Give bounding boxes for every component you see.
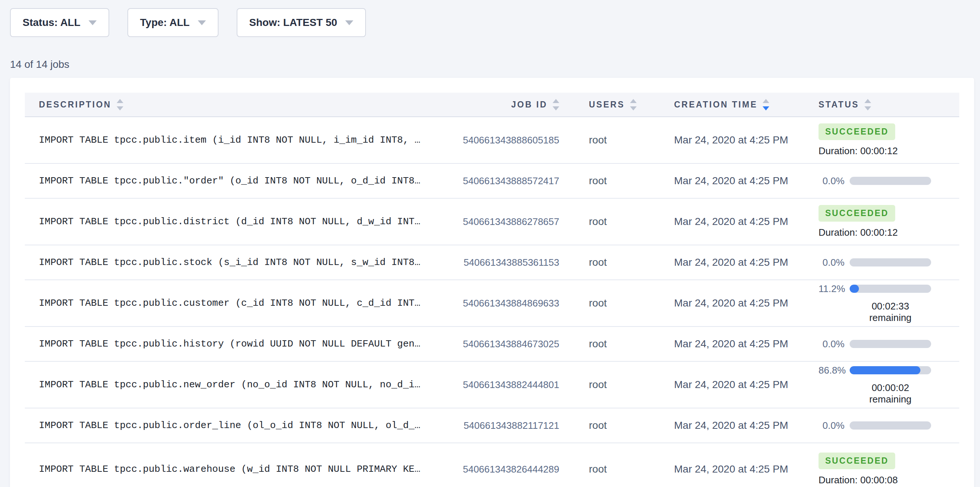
progress-percent: 86.8%	[819, 365, 845, 376]
progress-percent: 0.0%	[819, 175, 845, 187]
table-row: IMPORT TABLE tpcc.public.warehouse (w_id…	[25, 443, 959, 487]
job-description-cell: IMPORT TABLE tpcc.public.item (i_id INT8…	[25, 134, 460, 146]
job-description-cell: IMPORT TABLE tpcc.public.history (rowid …	[25, 339, 460, 350]
time-remaining: 00:00:02 remaining	[850, 382, 931, 405]
table-row: IMPORT TABLE tpcc.public.history (rowid …	[25, 327, 959, 362]
creation-time-cell: Mar 24, 2020 at 4:25 PM	[646, 463, 807, 475]
type-filter-label: Type: ALL	[140, 17, 189, 29]
type-filter-dropdown[interactable]: Type: ALL	[127, 8, 218, 37]
creation-time-cell: Mar 24, 2020 at 4:25 PM	[646, 175, 807, 187]
job-description-cell: IMPORT TABLE tpcc.public.order_line (ol_…	[25, 420, 460, 431]
job-description-cell: IMPORT TABLE tpcc.public.warehouse (w_id…	[25, 464, 460, 475]
filters-toolbar: Status: ALL Type: ALL Show: LATEST 50	[10, 8, 366, 37]
progress-bar	[850, 366, 931, 374]
show-filter-label: Show: LATEST 50	[249, 17, 337, 29]
progress-percent: 0.0%	[819, 420, 845, 431]
status-cell: 0.0%	[807, 339, 959, 350]
table-header-row: DESCRIPTION JOB ID USERS CREATION TIME S…	[25, 93, 959, 117]
sort-arrows-icon	[553, 99, 559, 110]
sort-arrows-icon	[117, 99, 123, 110]
jobs-card: DESCRIPTION JOB ID USERS CREATION TIME S…	[10, 78, 974, 487]
table-row: IMPORT TABLE tpcc.public.order_line (ol_…	[25, 409, 959, 443]
status-cell: 11.2% 00:02:33 remaining	[807, 283, 959, 324]
job-description-cell: IMPORT TABLE tpcc.public.district (d_id …	[25, 216, 460, 227]
users-cell: root	[559, 338, 646, 350]
users-cell: root	[559, 175, 646, 187]
status-filter-label: Status: ALL	[22, 17, 80, 29]
job-duration: Duration: 00:00:12	[819, 227, 959, 238]
table-row: IMPORT TABLE tpcc.public.district (d_id …	[25, 199, 959, 245]
progress-bar-fill	[850, 285, 859, 293]
jobs-count-summary: 14 of 14 jobs	[10, 59, 69, 70]
sort-arrows-icon	[864, 99, 871, 110]
status-badge: SUCCEEDED	[819, 452, 895, 469]
status-badge: SUCCEEDED	[819, 123, 895, 140]
chevron-down-icon	[345, 21, 353, 25]
creation-time-cell: Mar 24, 2020 at 4:25 PM	[646, 379, 807, 391]
progress-percent: 11.2%	[819, 283, 845, 295]
users-cell: root	[559, 420, 646, 431]
job-id-cell: 540661343886278657	[460, 216, 559, 228]
show-filter-dropdown[interactable]: Show: LATEST 50	[237, 8, 366, 37]
table-row: IMPORT TABLE tpcc.public.item (i_id INT8…	[25, 117, 959, 164]
job-duration: Duration: 00:00:12	[819, 145, 959, 157]
job-duration: Duration: 00:00:08	[819, 474, 959, 486]
users-cell: root	[559, 463, 646, 475]
status-cell: SUCCEEDED Duration: 00:00:12	[807, 123, 959, 157]
job-description-cell: IMPORT TABLE tpcc.public."order" (o_id I…	[25, 175, 460, 187]
progress-bar	[850, 285, 931, 293]
progress-bar-fill	[850, 366, 920, 374]
job-id-cell: 540661343826444289	[460, 464, 559, 475]
status-filter-dropdown[interactable]: Status: ALL	[10, 8, 109, 37]
sort-arrows-icon	[630, 99, 637, 110]
status-cell: SUCCEEDED Duration: 00:00:12	[807, 205, 959, 238]
progress-percent: 0.0%	[819, 339, 845, 350]
users-cell: root	[559, 216, 646, 228]
users-cell: root	[559, 379, 646, 391]
table-row: IMPORT TABLE tpcc.public.customer (c_id …	[25, 280, 959, 327]
progress-bar	[850, 258, 931, 267]
creation-time-cell: Mar 24, 2020 at 4:25 PM	[646, 216, 807, 228]
chevron-down-icon	[198, 21, 206, 25]
creation-time-cell: Mar 24, 2020 at 4:25 PM	[646, 420, 807, 431]
column-header-creation-time[interactable]: CREATION TIME	[646, 99, 807, 110]
job-description-cell: IMPORT TABLE tpcc.public.new_order (no_o…	[25, 379, 460, 390]
job-id-cell: 540661343882444801	[460, 379, 559, 391]
table-row: IMPORT TABLE tpcc.public.stock (s_i_id I…	[25, 245, 959, 280]
status-cell: 86.8% 00:00:02 remaining	[807, 365, 959, 405]
job-id-cell: 540661343884673025	[460, 339, 559, 350]
job-id-cell: 540661343888605185	[460, 134, 559, 146]
column-header-description[interactable]: DESCRIPTION	[25, 99, 460, 110]
chevron-down-icon	[89, 21, 97, 25]
status-badge: SUCCEEDED	[819, 205, 895, 222]
status-cell: 0.0%	[807, 420, 959, 431]
status-cell: 0.0%	[807, 175, 959, 187]
job-id-cell: 540661343882117121	[460, 420, 559, 431]
table-row: IMPORT TABLE tpcc.public.new_order (no_o…	[25, 362, 959, 409]
jobs-table: DESCRIPTION JOB ID USERS CREATION TIME S…	[25, 93, 959, 487]
users-cell: root	[559, 297, 646, 309]
creation-time-cell: Mar 24, 2020 at 4:25 PM	[646, 257, 807, 268]
sort-arrows-icon-active-desc	[763, 99, 769, 110]
table-row: IMPORT TABLE tpcc.public."order" (o_id I…	[25, 164, 959, 199]
progress-bar	[850, 340, 931, 348]
job-id-cell: 540661343884869633	[460, 298, 559, 309]
users-cell: root	[559, 257, 646, 268]
time-remaining: 00:02:33 remaining	[850, 300, 931, 324]
progress-bar	[850, 177, 931, 185]
progress-percent: 0.0%	[819, 257, 845, 268]
job-id-cell: 540661343888572417	[460, 175, 559, 187]
column-header-users[interactable]: USERS	[559, 99, 646, 110]
progress-bar	[850, 422, 931, 430]
status-cell: 0.0%	[807, 257, 959, 268]
users-cell: root	[559, 134, 646, 146]
job-description-cell: IMPORT TABLE tpcc.public.customer (c_id …	[25, 298, 460, 309]
status-cell: SUCCEEDED Duration: 00:00:08	[807, 452, 959, 486]
job-description-cell: IMPORT TABLE tpcc.public.stock (s_i_id I…	[25, 257, 460, 268]
creation-time-cell: Mar 24, 2020 at 4:25 PM	[646, 297, 807, 309]
job-id-cell: 540661343885361153	[460, 257, 559, 268]
creation-time-cell: Mar 24, 2020 at 4:25 PM	[646, 134, 807, 146]
column-header-job-id[interactable]: JOB ID	[460, 99, 559, 110]
creation-time-cell: Mar 24, 2020 at 4:25 PM	[646, 338, 807, 350]
column-header-status[interactable]: STATUS	[807, 99, 959, 110]
